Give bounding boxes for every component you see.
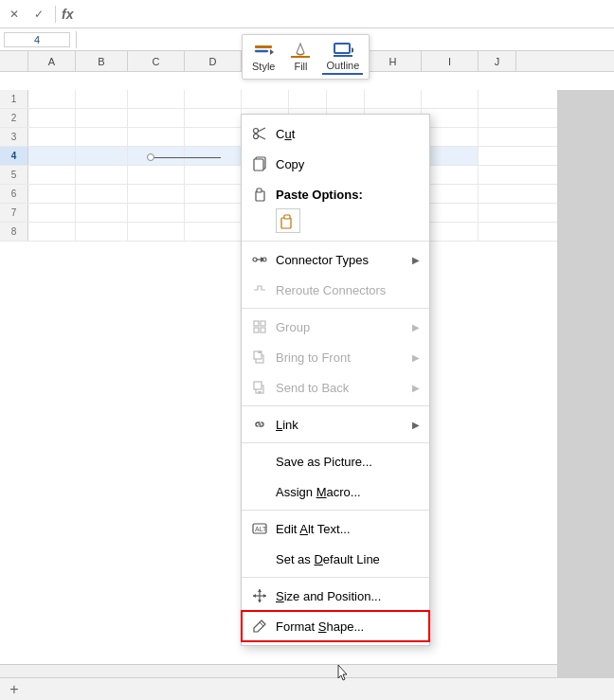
menu-item-set-default-line[interactable]: Set as Default Line [242, 544, 429, 574]
paste-icons-row [249, 208, 300, 233]
cell-c1[interactable] [128, 90, 185, 108]
col-header-h[interactable]: H [365, 51, 422, 71]
close-icon[interactable]: ✕ [4, 4, 25, 25]
svg-rect-1 [255, 50, 268, 52]
right-panel [557, 90, 614, 677]
outline-icon [333, 41, 353, 58]
col-header-a[interactable]: A [28, 51, 76, 71]
cell-h1[interactable] [365, 90, 422, 108]
menu-item-send-to-back[interactable]: Send to Back ▶ [242, 372, 429, 403]
col-header-b[interactable]: B [76, 51, 128, 71]
cell-i8[interactable] [422, 223, 479, 241]
svg-rect-5 [334, 55, 352, 57]
mini-toolbar: Style Fill Outline [242, 34, 370, 80]
send-back-icon [249, 377, 270, 398]
menu-item-cut[interactable]: Cut [242, 118, 429, 149]
confirm-icon[interactable]: ✓ [28, 4, 49, 25]
style-button[interactable]: Style [248, 40, 279, 74]
paste-option-1[interactable] [276, 208, 300, 233]
svg-marker-2 [270, 49, 274, 55]
cell-c5[interactable] [128, 166, 185, 184]
cell-a3[interactable] [28, 128, 76, 146]
menu-item-link[interactable]: Link ▶ [242, 409, 429, 440]
cell-a8[interactable] [28, 223, 76, 241]
cell-g1[interactable] [327, 90, 365, 108]
svg-rect-4 [334, 44, 350, 53]
cell-d7[interactable] [185, 204, 242, 222]
cell-i1[interactable] [422, 90, 479, 108]
paste-icon [249, 184, 270, 205]
cell-i5[interactable] [422, 166, 479, 184]
cell-a5[interactable] [28, 166, 76, 184]
horizontal-scrollbar[interactable] [0, 664, 557, 677]
link-icon [249, 414, 270, 435]
cell-b1[interactable] [76, 90, 128, 108]
menu-item-format-shape[interactable]: Format Shape... [242, 611, 429, 641]
cell-a1[interactable] [28, 90, 76, 108]
cell-c6[interactable] [128, 185, 185, 203]
cell-i4[interactable] [422, 147, 479, 165]
cell-i2[interactable] [422, 109, 479, 127]
menu-item-save-as-picture[interactable]: Save as Picture... [242, 446, 429, 476]
col-header-j[interactable]: J [479, 51, 516, 71]
save-picture-icon [249, 451, 270, 472]
cell-b2[interactable] [76, 109, 128, 127]
col-header-d[interactable]: D [185, 51, 242, 71]
col-header-i[interactable]: I [422, 51, 479, 71]
cell-f1[interactable] [289, 90, 327, 108]
cell-b3[interactable] [76, 128, 128, 146]
edit-alt-text-label: Edit Alt Text... [276, 522, 420, 536]
copy-icon [249, 153, 270, 174]
cell-d5[interactable] [185, 166, 242, 184]
svg-point-17 [253, 258, 257, 261]
cell-c3[interactable] [128, 128, 185, 146]
cell-a7[interactable] [28, 204, 76, 222]
set-default-line-label: Set as Default Line [276, 552, 420, 566]
outline-button[interactable]: Outline [322, 39, 363, 75]
menu-divider-6 [242, 577, 429, 578]
cell-b7[interactable] [76, 204, 128, 222]
cell-c7[interactable] [128, 204, 185, 222]
svg-rect-12 [254, 159, 263, 171]
cell-a2[interactable] [28, 109, 76, 127]
cell-a4[interactable] [28, 147, 76, 165]
col-header-c[interactable]: C [128, 51, 185, 71]
svg-line-40 [260, 622, 263, 626]
cell-b8[interactable] [76, 223, 128, 241]
svg-line-10 [258, 135, 265, 139]
set-default-icon [249, 548, 270, 569]
table-row: 1 [0, 90, 614, 109]
cell-b6[interactable] [76, 185, 128, 203]
menu-item-size-position[interactable]: Size and Position... [242, 581, 429, 611]
menu-item-connector-types[interactable]: Connector Types ▶ [242, 244, 429, 275]
menu-item-assign-macro[interactable]: Assign Macro... [242, 476, 429, 507]
cell-d2[interactable] [185, 109, 242, 127]
svg-marker-38 [253, 594, 256, 598]
menu-item-bring-to-front[interactable]: Bring to Front ▶ [242, 342, 429, 372]
name-box[interactable] [4, 32, 70, 47]
name-box-divider [76, 31, 77, 48]
menu-item-edit-alt-text[interactable]: ALT Edit Alt Text... [242, 513, 429, 544]
cell-i7[interactable] [422, 204, 479, 222]
scissors-icon [249, 123, 270, 144]
cell-b4[interactable] [76, 147, 128, 165]
cell-e1[interactable] [242, 90, 289, 108]
add-sheet-button[interactable]: + [4, 679, 25, 700]
connector-line[interactable] [147, 153, 221, 161]
cell-c2[interactable] [128, 109, 185, 127]
cell-d1[interactable] [185, 90, 242, 108]
menu-item-group[interactable]: Group ▶ [242, 312, 429, 342]
cell-a6[interactable] [28, 185, 76, 203]
cell-d8[interactable] [185, 223, 242, 241]
connector-types-arrow: ▶ [412, 255, 420, 265]
cell-i3[interactable] [422, 128, 479, 146]
cell-b5[interactable] [76, 166, 128, 184]
menu-item-copy[interactable]: Copy [242, 149, 429, 179]
menu-item-paste-options[interactable]: Paste Options: [242, 179, 429, 238]
menu-item-reroute-connectors[interactable]: Reroute Connectors [242, 275, 429, 305]
fill-button[interactable]: Fill [286, 40, 315, 74]
cell-i6[interactable] [422, 185, 479, 203]
cell-d3[interactable] [185, 128, 242, 146]
cell-c8[interactable] [128, 223, 185, 241]
cell-d6[interactable] [185, 185, 242, 203]
